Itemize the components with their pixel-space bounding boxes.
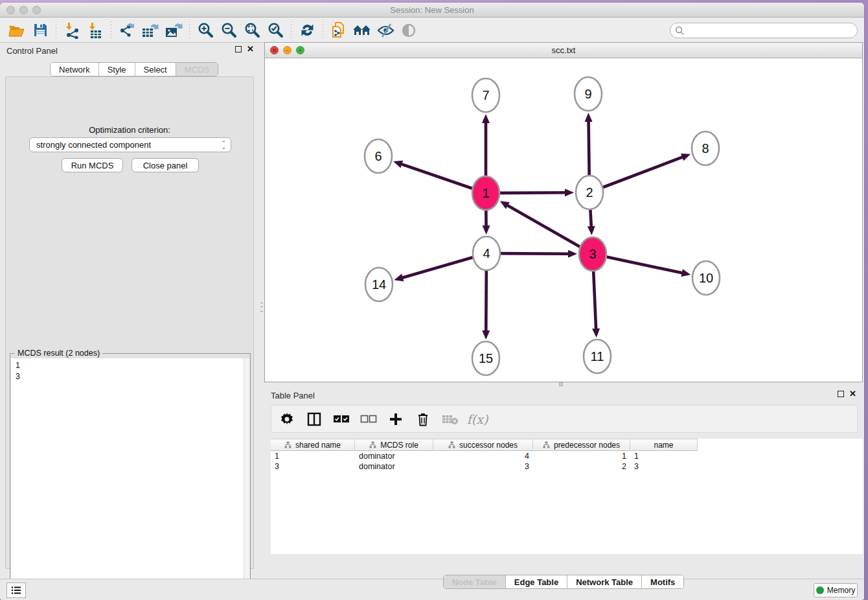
graph-node-6[interactable]: 6: [365, 139, 392, 173]
zoom-fit-button[interactable]: [240, 20, 264, 41]
import-network-button[interactable]: [60, 20, 84, 41]
tab-style[interactable]: Style: [98, 63, 135, 76]
mcds-result-values: 1 3: [11, 358, 249, 382]
tab-mcds[interactable]: MCDS: [176, 63, 218, 76]
graph-node-1[interactable]: 1: [472, 176, 499, 210]
graph-node-3[interactable]: 3: [579, 237, 606, 271]
edge-2-8[interactable]: [603, 157, 683, 187]
edge-4-15[interactable]: [486, 271, 486, 332]
delete-table-button-disabled: [441, 410, 459, 428]
column-header-predecessor-nodes[interactable]: predecessor nodes: [533, 439, 630, 451]
graph-node-14[interactable]: 14: [365, 268, 393, 301]
memory-label: Memory: [827, 586, 855, 595]
unchecked-boxes-icon: [360, 415, 377, 424]
network-canvas[interactable]: 7968124314101511: [265, 58, 862, 382]
plus-icon: [389, 413, 402, 426]
column-type-icon: [369, 441, 376, 448]
list-icon: [11, 586, 21, 595]
status-bar: Memory: [0, 579, 864, 600]
delete-column-button[interactable]: [414, 410, 432, 428]
float-panel-icon[interactable]: [838, 391, 844, 397]
edge-arrowhead-icon: [394, 274, 404, 282]
save-session-button[interactable]: [29, 20, 52, 41]
node-label: 7: [482, 88, 489, 102]
edge-3-1[interactable]: [507, 205, 580, 246]
edge-2-9[interactable]: [589, 121, 589, 175]
table-row[interactable]: 3dominator323: [271, 461, 698, 472]
node-label: 8: [702, 141, 709, 156]
mcds-panel: Optimization criterion: strongly connect…: [5, 76, 254, 569]
tab-node-table[interactable]: Node Table: [444, 575, 505, 588]
export-network-button[interactable]: [115, 20, 139, 41]
export-table-button[interactable]: [139, 20, 162, 41]
node-label: 4: [483, 246, 490, 260]
toolbar-separator: [56, 21, 56, 40]
hide-details-button[interactable]: [374, 20, 397, 41]
node-label: 1: [482, 186, 489, 200]
table-header-row: shared nameMCDS rolesuccessor nodesprede…: [271, 439, 698, 451]
deselect-all-columns-button[interactable]: [360, 410, 378, 428]
tab-edge-table[interactable]: Edge Table: [505, 575, 567, 588]
task-history-button[interactable]: [6, 583, 26, 598]
first-neighbors-button[interactable]: [350, 20, 374, 41]
graph-node-2[interactable]: 2: [576, 176, 603, 209]
search-input[interactable]: [670, 23, 858, 38]
edge-3-10[interactable]: [607, 257, 683, 273]
edge-3-11[interactable]: [593, 271, 596, 330]
optimization-criterion-select[interactable]: strongly connected component ⌃⌄: [29, 137, 231, 152]
edge-2-3[interactable]: [590, 210, 591, 227]
table-settings-button[interactable]: [278, 410, 296, 428]
edge-4-3[interactable]: [501, 253, 569, 254]
edge-1-2[interactable]: [500, 192, 566, 193]
run-mcds-button[interactable]: Run MCDS: [62, 158, 123, 172]
edge-1-6[interactable]: [400, 164, 472, 189]
panel-splitter[interactable]: [259, 42, 264, 575]
column-header-MCDS-role[interactable]: MCDS role: [355, 439, 433, 451]
title-bar: Session: New Session: [0, 3, 864, 17]
graph-node-4[interactable]: 4: [473, 237, 500, 270]
refresh-button[interactable]: [295, 20, 319, 41]
close-panel-icon[interactable]: ✕: [247, 46, 254, 52]
control-panel: Control Panel ✕ NetworkStyleSelectMCDS O…: [5, 42, 259, 575]
tab-network[interactable]: Network: [51, 63, 98, 76]
tab-select[interactable]: Select: [135, 63, 176, 76]
edge-4-14[interactable]: [402, 257, 473, 278]
export-image-button[interactable]: [162, 20, 185, 41]
columns-icon: [307, 412, 321, 426]
clone-network-button[interactable]: [327, 20, 350, 41]
graph-node-11[interactable]: 11: [584, 340, 611, 373]
column-header-successor-nodes[interactable]: successor nodes: [433, 439, 533, 451]
graph-node-15[interactable]: 15: [472, 341, 499, 375]
graph-node-7[interactable]: 7: [472, 78, 499, 112]
open-session-button[interactable]: [5, 20, 29, 41]
float-panel-icon[interactable]: [235, 46, 242, 52]
tab-motifs[interactable]: Motifs: [641, 575, 683, 588]
zoom-selected-button[interactable]: [264, 20, 287, 41]
select-all-columns-button[interactable]: [332, 410, 350, 428]
close-panel-button[interactable]: Close panel: [131, 158, 199, 172]
column-header-shared-name[interactable]: shared name: [271, 439, 355, 451]
result-scrollbar[interactable]: [244, 358, 249, 597]
import-table-button[interactable]: [84, 20, 107, 41]
show-details-button[interactable]: [397, 20, 420, 41]
mcds-result-area[interactable]: 1 3: [11, 358, 249, 597]
network-graph: 7968124314101511: [265, 58, 862, 382]
table-toolbar: f(x): [271, 405, 858, 433]
network-resize-grip[interactable]: [559, 382, 563, 386]
zoom-in-button[interactable]: [194, 20, 217, 41]
graph-node-10[interactable]: 10: [692, 261, 720, 295]
table-row[interactable]: 1dominator411: [271, 451, 698, 461]
show-columns-button[interactable]: [305, 410, 323, 428]
create-column-button[interactable]: [387, 410, 405, 428]
memory-button[interactable]: Memory: [814, 583, 858, 597]
graph-node-8[interactable]: 8: [692, 132, 719, 165]
toolbar-separator: [111, 21, 111, 40]
column-header-label: shared name: [295, 441, 341, 450]
close-panel-icon[interactable]: ✕: [849, 391, 856, 397]
export-table-icon: [141, 22, 159, 39]
toolbar-separator: [323, 21, 323, 40]
graph-node-9[interactable]: 9: [575, 77, 602, 111]
column-header-name[interactable]: name: [630, 439, 698, 451]
tab-network-table[interactable]: Network Table: [567, 575, 641, 588]
zoom-out-button[interactable]: [217, 20, 240, 41]
